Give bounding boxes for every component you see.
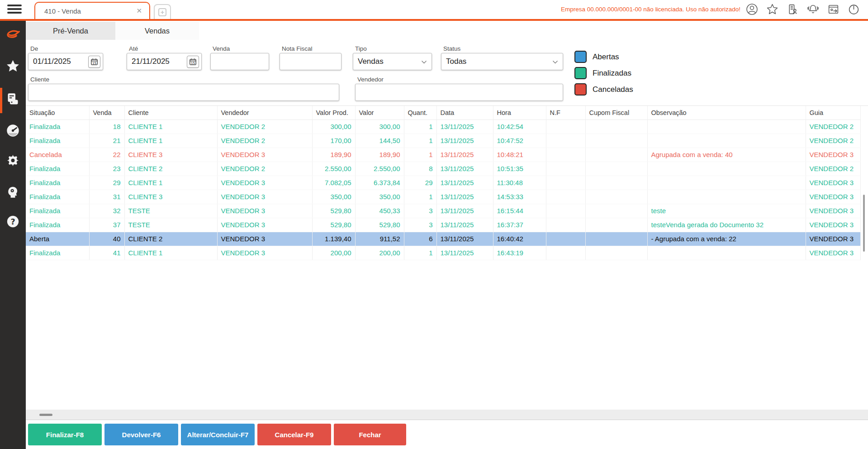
- notifications-icon[interactable]: [807, 3, 819, 15]
- column-header-obs[interactable]: Observação: [647, 106, 806, 119]
- cell-hora: 16:43:19: [493, 246, 546, 260]
- cell-situacao: Finalizada: [26, 204, 89, 218]
- table-row[interactable]: Finalizada23CLIENTE 2VENDEDOR 22.550,002…: [26, 162, 860, 176]
- table-row[interactable]: Finalizada21CLIENTE 1VENDEDOR 2170,00144…: [26, 134, 860, 148]
- cell-guia: VENDEDOR 3: [806, 232, 860, 246]
- star-icon[interactable]: [766, 3, 778, 15]
- cell-data: 13/11/2025: [436, 204, 493, 218]
- window-tab[interactable]: 410 - Venda ✕: [34, 2, 150, 19]
- table-row[interactable]: Aberta40CLIENTE 2VENDEDOR 31.139,40911,5…: [26, 232, 860, 246]
- cell-obs: Agrupada com a venda: 40: [647, 148, 806, 162]
- cliente-input[interactable]: [28, 84, 339, 101]
- user-icon[interactable]: [746, 3, 758, 15]
- cell-valor_prod: 300,00: [312, 119, 355, 134]
- table-row[interactable]: Finalizada31CLIENTE 3VENDEDOR 3350,00350…: [26, 190, 860, 204]
- cell-obs: [647, 119, 806, 134]
- favorites-star-icon[interactable]: [5, 59, 20, 74]
- help-icon[interactable]: ?: [5, 214, 20, 229]
- table-row[interactable]: Finalizada18CLIENTE 1VENDEDOR 2300,00300…: [26, 119, 860, 134]
- column-header-valor_prod[interactable]: Valor Prod.: [312, 106, 355, 119]
- table-row[interactable]: Finalizada41CLIENTE 1VENDEDOR 3200,00200…: [26, 246, 860, 260]
- hamburger-menu-icon[interactable]: [7, 5, 22, 14]
- devolver-button[interactable]: Devolver-F6: [104, 424, 178, 445]
- plus-icon: ＋: [158, 8, 166, 16]
- column-header-cliente[interactable]: Cliente: [124, 106, 217, 119]
- horizontal-scrollbar-thumb[interactable]: [39, 414, 52, 416]
- fechar-button[interactable]: Fechar: [334, 424, 406, 445]
- cell-venda: 21: [89, 134, 124, 148]
- cell-vendedor: VENDEDOR 3: [217, 246, 312, 260]
- column-header-guia[interactable]: Guia: [806, 106, 860, 119]
- documents-icon[interactable]: [5, 92, 20, 107]
- cell-hora: 16:40:42: [493, 232, 546, 246]
- cell-hora: 16:15:44: [493, 204, 546, 218]
- dashboard-gauge-icon[interactable]: [5, 123, 20, 138]
- de-calendar-button[interactable]: 15: [88, 56, 100, 68]
- cell-vendedor: VENDEDOR 3: [217, 218, 312, 232]
- cell-situacao: Finalizada: [26, 162, 89, 176]
- cell-venda: 23: [89, 162, 124, 176]
- finalizar-button[interactable]: Finalizar-F8: [28, 424, 102, 445]
- sales-table: SituaçãoVendaClienteVendedorValor Prod.V…: [26, 106, 861, 260]
- company-icon[interactable]: [787, 3, 799, 15]
- logout-icon[interactable]: [827, 3, 840, 15]
- table-row[interactable]: Finalizada32TESTEVENDEDOR 3529,80450,333…: [26, 204, 860, 218]
- cell-obs: [647, 162, 806, 176]
- settings-gear-icon[interactable]: [5, 153, 20, 168]
- column-header-hora[interactable]: Hora: [493, 106, 546, 119]
- cell-valor: 911,52: [355, 232, 404, 246]
- legend-canceladas: Canceladas: [574, 83, 633, 96]
- tab-vendas[interactable]: Vendas: [115, 22, 199, 40]
- cell-valor: 144,50: [355, 134, 404, 148]
- app-logo[interactable]: [5, 28, 20, 43]
- column-header-venda[interactable]: Venda: [89, 106, 124, 119]
- cell-valor: 6.373,84: [355, 176, 404, 190]
- cell-hora: 10:51:35: [493, 162, 546, 176]
- cell-vendedor: VENDEDOR 2: [217, 134, 312, 148]
- column-header-cupom[interactable]: Cupom Fiscal: [585, 106, 647, 119]
- status-select[interactable]: Todas: [441, 53, 563, 70]
- cell-data: 13/11/2025: [436, 148, 493, 162]
- nota-fiscal-input[interactable]: [280, 53, 342, 70]
- vendedor-input[interactable]: [355, 84, 563, 101]
- column-header-data[interactable]: Data: [436, 106, 493, 119]
- table-row[interactable]: Finalizada29CLIENTE 1VENDEDOR 37.082,056…: [26, 176, 860, 190]
- new-tab-button[interactable]: ＋: [154, 4, 171, 19]
- de-date-input[interactable]: 01/11/2025 15: [28, 53, 103, 70]
- column-header-valor[interactable]: Valor: [355, 106, 404, 119]
- sidebar: ?: [0, 21, 26, 449]
- cell-situacao: Cancelada: [26, 148, 89, 162]
- column-header-vendedor[interactable]: Vendedor: [217, 106, 312, 119]
- column-header-nf[interactable]: N.F: [546, 106, 585, 119]
- power-icon[interactable]: [848, 3, 860, 15]
- cancelar-button[interactable]: Cancelar-F9: [257, 424, 331, 445]
- cell-nf: [546, 162, 585, 176]
- chevron-down-icon: [552, 60, 558, 64]
- ate-date-input[interactable]: 21/11/2025 15: [127, 53, 202, 70]
- cell-valor_prod: 7.082,05: [312, 176, 355, 190]
- column-header-quant[interactable]: Quant.: [404, 106, 436, 119]
- table-row[interactable]: Finalizada37TESTEVENDEDOR 3529,80529,803…: [26, 218, 860, 232]
- horizontal-scrollbar-track[interactable]: [26, 410, 868, 420]
- ate-calendar-button[interactable]: 15: [187, 56, 199, 68]
- tab-pre-venda[interactable]: Pré-Venda: [26, 22, 115, 40]
- finalizadas-color-swatch: [574, 67, 587, 79]
- venda-input[interactable]: [210, 53, 269, 70]
- cell-nf: [546, 246, 585, 260]
- tipo-select[interactable]: Vendas: [353, 53, 432, 70]
- column-header-situacao[interactable]: Situação: [26, 106, 89, 119]
- cell-cliente: CLIENTE 3: [124, 148, 217, 162]
- alterar-concluir-button[interactable]: Alterar/Concluir-F7: [181, 424, 255, 445]
- cell-situacao: Aberta: [26, 232, 89, 246]
- vertical-scrollbar-thumb[interactable]: [863, 195, 865, 252]
- cell-valor: 2.550,00: [355, 162, 404, 176]
- top-bar: 410 - Venda ✕ ＋ Empresa 00.000.000/0001-…: [0, 0, 868, 19]
- cell-situacao: Finalizada: [26, 190, 89, 204]
- cell-quant: 8: [404, 162, 436, 176]
- assistant-head-icon[interactable]: [5, 184, 20, 199]
- close-tab-icon[interactable]: ✕: [135, 7, 143, 15]
- table-row[interactable]: Cancelada22CLIENTE 3VENDEDOR 3189,90189,…: [26, 148, 860, 162]
- cell-nf: [546, 190, 585, 204]
- cell-obs: teste: [647, 204, 806, 218]
- cell-data: 13/11/2025: [436, 134, 493, 148]
